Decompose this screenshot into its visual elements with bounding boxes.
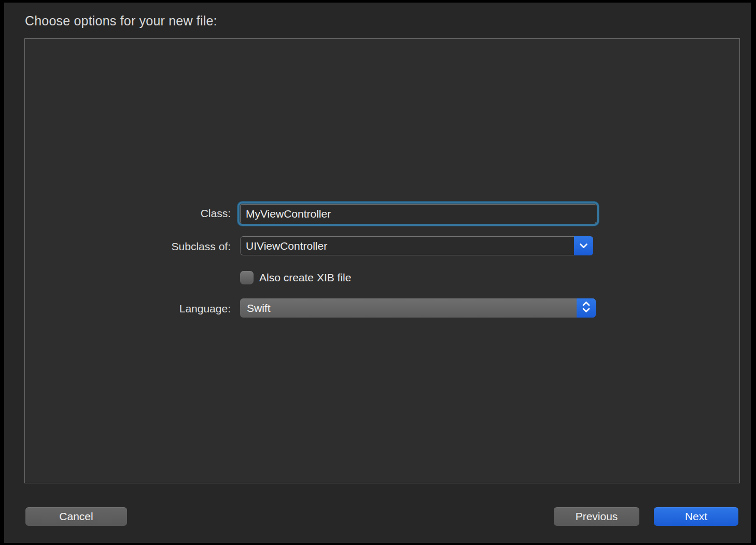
dialog-title: Choose options for your new file: (25, 13, 217, 28)
chevron-up-down-icon (582, 300, 591, 315)
previous-button[interactable]: Previous (554, 507, 639, 526)
xib-checkbox-label[interactable]: Also create XIB file (259, 270, 351, 285)
subclass-value[interactable]: UIViewController (241, 237, 574, 255)
next-button[interactable]: Next (654, 507, 738, 526)
class-label: Class: (87, 206, 231, 221)
options-panel (24, 38, 740, 483)
cancel-button[interactable]: Cancel (25, 507, 127, 526)
language-stepper-button[interactable] (577, 298, 596, 318)
chevron-down-icon (579, 241, 588, 251)
language-value[interactable]: Swift (240, 298, 577, 318)
xib-checkbox[interactable] (240, 271, 254, 284)
new-file-options-dialog: Choose options for your new file: Class:… (4, 3, 751, 543)
language-label: Language: (87, 302, 231, 316)
subclass-dropdown-button[interactable] (574, 236, 593, 255)
subclass-combobox[interactable]: UIViewController (240, 236, 593, 255)
language-popup-button[interactable]: Swift (240, 298, 596, 318)
class-field-focus-ring (237, 202, 599, 226)
subclass-label: Subclass of: (87, 239, 231, 254)
class-name-input[interactable] (240, 204, 596, 223)
